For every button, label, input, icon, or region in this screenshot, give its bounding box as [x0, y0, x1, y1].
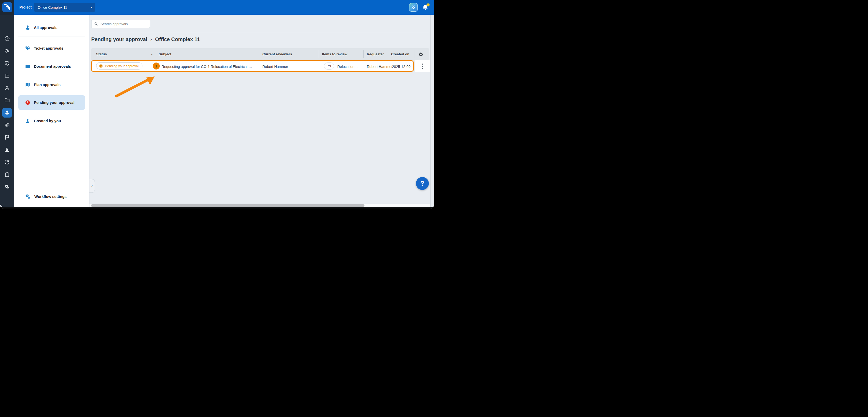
sidebar-item-document-approvals[interactable]: Document approvals: [18, 59, 85, 74]
search-box: [91, 20, 150, 28]
breadcrumb-section: Pending your approval: [91, 36, 147, 42]
chevron-down-icon: ▾: [90, 6, 92, 9]
person-icon: [25, 118, 31, 124]
pending-clock-icon: [25, 100, 31, 105]
folder-icon: [25, 64, 31, 69]
sidebar-item-label: Document approvals: [34, 64, 71, 68]
map-icon: [25, 82, 31, 88]
column-header-current-reviewers[interactable]: Current reviewers: [262, 48, 292, 60]
cell-requester: Robert Hammer: [367, 62, 393, 72]
project-selector[interactable]: Office Complex 11 ▾: [34, 3, 95, 12]
column-header-items-to-review[interactable]: Items to review: [322, 48, 347, 60]
topbar: Project Office Complex 11 ▾: [0, 0, 434, 15]
buildings-icon[interactable]: [4, 122, 10, 128]
breadcrumb: Pending your approval › Office Complex 1…: [91, 35, 200, 43]
column-separator: [414, 51, 415, 58]
column-header-status[interactable]: Status: [96, 48, 107, 60]
sidebar-item-label: All approvals: [34, 26, 57, 30]
sidebar-item-label: Ticket approvals: [34, 46, 63, 51]
cell-items-to-review: Relocation ...: [337, 62, 359, 72]
chevron-right-icon: ›: [150, 36, 152, 42]
project-label: Project: [20, 0, 32, 15]
schedule-icon[interactable]: [4, 73, 10, 78]
sidebar-item-plan-approvals[interactable]: Plan approvals: [18, 77, 85, 92]
sidebar-item-ticket-approvals[interactable]: Ticket approvals: [18, 41, 85, 56]
sidebar-item-label: Workflow settings: [34, 195, 67, 199]
notification-badge-dot: [427, 3, 430, 6]
tasks-icon[interactable]: [4, 171, 10, 178]
project-selector-value: Office Complex 11: [38, 5, 90, 9]
sidebar-divider: [18, 36, 85, 36]
main-right-border: [430, 15, 431, 207]
search-icon: [94, 22, 98, 26]
approval-row[interactable]: Pending your approval 1 Requesting appro…: [91, 60, 414, 72]
horizontal-scrollbar-thumb[interactable]: [91, 204, 365, 207]
breadcrumb-project: Office Complex 11: [155, 36, 200, 42]
main-content: Pending your approval › Office Complex 1…: [89, 15, 434, 207]
sidebar-item-label: Plan approvals: [34, 83, 61, 87]
chevron-left-icon: ‹: [91, 184, 93, 188]
column-header-subject[interactable]: Subject: [159, 48, 172, 60]
ai-assistant-button[interactable]: [409, 3, 418, 12]
crossed-loops-icon: [410, 4, 416, 10]
pending-clock-icon: [99, 64, 103, 68]
sidebar-item-pending-your-approval[interactable]: Pending your approval: [18, 95, 85, 110]
items-count-badge: 79: [324, 63, 334, 69]
settings-gears-icon[interactable]: [4, 184, 10, 190]
sidebar-item-all-approvals[interactable]: All approvals: [18, 21, 85, 35]
column-settings-gear-icon[interactable]: [417, 51, 425, 58]
module-rail: ›: [0, 15, 14, 207]
collapse-sidebar-button[interactable]: ‹: [89, 179, 95, 193]
fieldwire-logo-icon[interactable]: [2, 2, 12, 12]
reports-icon[interactable]: [4, 159, 10, 165]
flags-icon[interactable]: [4, 134, 10, 140]
tag-icon: [25, 45, 31, 51]
sidebar-item-workflow-settings[interactable]: Workflow settings: [18, 189, 85, 204]
approvals-sidebar: All approvals Ticket approvals Document …: [14, 15, 89, 207]
status-badge-label: Pending your approval: [105, 64, 138, 68]
sort-ascending-icon[interactable]: ▴: [151, 48, 153, 60]
column-separator: [319, 51, 319, 58]
forms-icon[interactable]: [4, 60, 10, 66]
cell-created-on: 2025-12-09: [392, 62, 410, 72]
tags-icon[interactable]: [4, 48, 10, 54]
app-window: Project Office Complex 11 ▾: [0, 0, 434, 208]
help-button[interactable]: ?: [416, 177, 429, 190]
stamp-icon: [25, 25, 31, 31]
search-input[interactable]: [100, 22, 147, 26]
dashboard-icon[interactable]: [4, 36, 10, 41]
sidebar-item-created-by-you[interactable]: Created by you: [18, 114, 85, 128]
sidebar-item-label: Created by you: [34, 119, 61, 123]
mustering-icon[interactable]: [4, 85, 10, 91]
files-icon[interactable]: [4, 97, 10, 103]
window-bottom-edge: [0, 207, 434, 208]
annotation-arrow: [111, 72, 160, 101]
people-icon[interactable]: [4, 147, 10, 153]
sidebar-item-label: Pending your approval: [34, 100, 74, 105]
row-menu-kebab-icon[interactable]: [420, 62, 425, 71]
row-index-badge: 1: [153, 63, 160, 69]
cell-current-reviewers: Robert Hammer: [262, 62, 288, 72]
column-header-created-on[interactable]: Created on: [391, 48, 409, 60]
workflow-gears-icon: [25, 194, 31, 200]
table-header: Status ▴ Subject Current reviewers Items…: [91, 48, 429, 60]
sidebar-divider: [18, 130, 85, 130]
content-divider: [91, 33, 429, 33]
column-header-requester[interactable]: Requester: [367, 48, 384, 60]
approvals-icon[interactable]: [4, 110, 10, 116]
cell-subject: Requesting approval for CO-1 Relocation …: [161, 62, 252, 72]
status-badge: Pending your approval: [96, 62, 143, 69]
logo-block: [0, 0, 14, 15]
